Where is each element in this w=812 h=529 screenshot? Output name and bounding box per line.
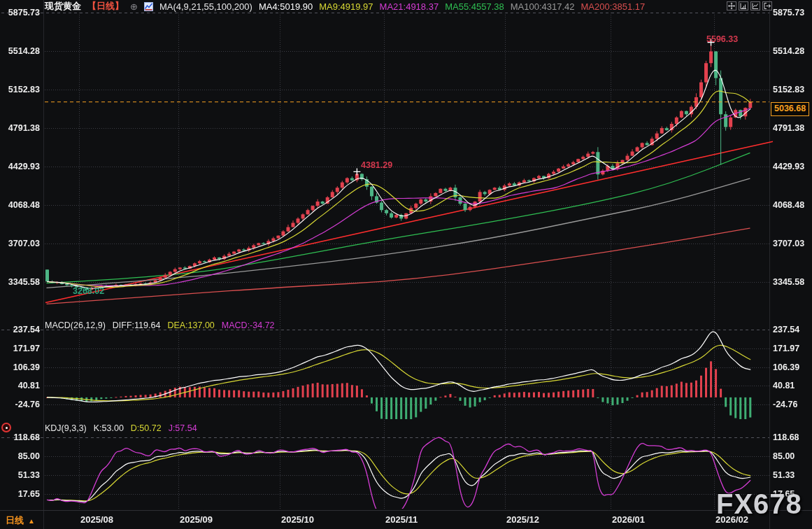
axis-tick-label: 4429.93 [0,162,40,171]
axis-tick-label: 17.65 [0,489,40,499]
axis-tick-label: 51.33 [0,470,40,480]
triangle-up-icon: ▲ [28,517,35,525]
candlestick-chart-canvas[interactable] [0,0,812,529]
axis-tick-label: 85.00 [0,451,40,461]
axis-tick-label: 4791.38 [0,123,40,133]
macd-dea-value: DEA:137.00 [167,320,214,330]
axis-tick-label: 171.97 [0,344,40,353]
axis-tick-label: 5514.28 [0,46,40,56]
period-label: 日线 [6,514,24,527]
ma4-value: MA4:5019.90 [259,1,313,12]
line-chart-panel-icon[interactable] [750,1,760,10]
mini-chart-icon[interactable] [144,2,153,11]
ma-group-label: MA(4,9,21,55,100,200) [159,1,252,12]
axis-tick-label: 40.81 [0,381,40,390]
macd-name: MACD(26,12,9) [45,320,106,330]
x-axis-month-label: 2025/12 [506,514,539,525]
annotation-oct-high: 4381.29 [361,160,392,170]
kdj-k-value: K:53.00 [94,423,124,433]
ma21-value: MA21:4918.37 [380,1,439,12]
x-axis-month-label: 2026/01 [612,514,645,525]
axis-tick-label: 171.97 [773,344,799,353]
axis-tick-label: 40.81 [773,381,795,390]
axis-tick-label: -24.76 [0,400,40,409]
circle-plus-icon[interactable]: ⊕ [130,1,138,12]
axis-tick-label: 106.39 [773,362,799,372]
axis-tick-label: 118.68 [773,432,799,442]
bar-chart-panel-icon[interactable] [739,1,748,10]
axis-tick-label: 4068.48 [773,200,804,210]
ma55-value: MA55:4557.38 [445,1,504,12]
axis-tick-label: 3345.58 [0,277,40,287]
x-axis-month-label: 2025/08 [80,514,113,525]
fx678-watermark: FX678 [716,488,802,520]
axis-tick-label: 85.00 [773,451,795,461]
period-tag[interactable]: 【日线】 [87,0,124,13]
live-dot-icon [1,423,11,432]
axis-tick-label: 5514.28 [773,46,804,56]
macd-macd-value: MACD:-34.72 [222,320,275,330]
axis-tick-label: -24.76 [773,400,797,409]
chart-app: 现货黄金 【日线】 ⊕ MA(4,9,21,55,100,200) MA4:50… [0,0,812,529]
axis-tick-label: 106.39 [0,362,40,372]
symbol-name: 现货黄金 [45,0,81,13]
chart-toolbar [727,1,772,10]
kdj-j-value: J:57.54 [169,423,197,433]
axis-tick-label: 3345.58 [773,277,804,287]
annotation-aug-low: 3268.02 [73,286,104,296]
axis-tick-label: 51.33 [773,470,795,480]
axis-tick-label: 3707.03 [773,239,804,248]
chart-header: 现货黄金 【日线】 ⊕ MA(4,9,21,55,100,200) MA4:50… [45,1,645,12]
macd-header: MACD(26,12,9) DIFF:119.64 DEA:137.00 MAC… [45,320,275,330]
axis-tick-label: 4429.93 [773,162,804,171]
kdj-name: KDJ(9,3,3) [45,423,87,433]
axis-tick-label: 3707.03 [0,239,40,248]
macd-diff-value: DIFF:119.64 [113,320,161,330]
axis-tick-label: 5152.83 [0,85,40,94]
ma9-value: MA9:4919.97 [319,1,373,12]
axis-tick-label: 118.68 [0,432,40,442]
kdj-header: KDJ(9,3,3) K:53.00 D:50.72 J:57.54 [45,423,197,433]
axis-tick-label: 237.54 [773,325,799,334]
axis-tick-label: 5152.83 [773,85,804,94]
ma100-value: MA100:4317.42 [511,1,575,12]
x-axis-month-label: 2025/09 [180,514,213,525]
x-axis-month-label: 2025/11 [385,514,418,525]
exit-fullscreen-icon[interactable] [762,1,772,10]
axis-tick-label: 5875.73 [773,8,804,17]
axis-tick-label: 4791.38 [773,123,804,133]
axis-tick-label: 4068.48 [0,200,40,210]
last-price-tag: 5036.68 [771,102,809,116]
x-axis-month-label: 2025/10 [281,514,314,525]
ma200-value: MA200:3851.17 [581,1,646,12]
kdj-d-value: D:50.72 [131,423,162,433]
period-selector-button[interactable]: 日线 ▲ [6,514,35,527]
annotation-peak-high: 5596.33 [706,34,738,44]
axis-tick-label: 237.54 [0,325,40,334]
move-crosshair-icon[interactable] [727,1,736,10]
axis-tick-label: 5875.73 [0,8,40,17]
